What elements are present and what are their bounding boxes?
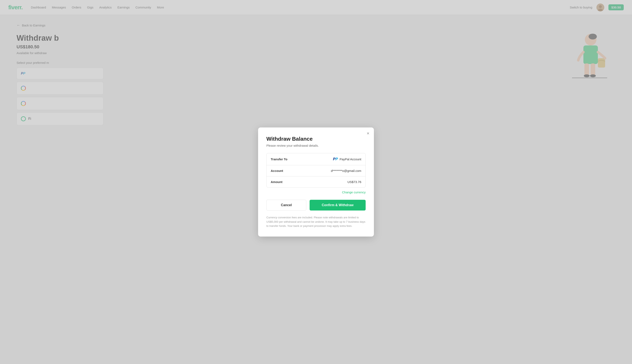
disclaimer-text: Currency conversion fees are included. P… — [266, 216, 366, 228]
modal-dialog: × Withdraw Balance Please review your wi… — [258, 128, 374, 236]
transfer-to-label: Transfer To — [271, 158, 287, 161]
amount-value: US$73.76 — [348, 180, 361, 184]
cancel-button[interactable]: Cancel — [266, 200, 306, 210]
paypal-logo-icon: PP — [333, 157, 338, 161]
page-background: ← Back to Earnings Withdraw b US$180.50 … — [0, 15, 632, 364]
account-value: d********o@gmail.com — [331, 169, 361, 172]
confirm-withdraw-button[interactable]: Confirm & Withdraw — [309, 200, 366, 210]
change-currency-link[interactable]: Change currency — [266, 190, 366, 194]
details-table: Transfer To PP PayPal Account Account d*… — [266, 153, 366, 188]
modal-actions: Cancel Confirm & Withdraw — [266, 200, 366, 210]
account-label: Account — [271, 169, 283, 172]
modal-overlay: × Withdraw Balance Please review your wi… — [0, 15, 632, 364]
transfer-to-row: Transfer To PP PayPal Account — [266, 153, 366, 165]
amount-row: Amount US$73.76 — [266, 176, 366, 187]
amount-label: Amount — [271, 180, 282, 184]
account-row: Account d********o@gmail.com — [266, 165, 366, 176]
transfer-to-text: PayPal Account — [340, 158, 361, 161]
modal-subtitle: Please review your withdrawal details. — [266, 144, 366, 147]
modal-title: Withdraw Balance — [266, 136, 366, 142]
modal-close-button[interactable]: × — [367, 131, 369, 136]
transfer-to-value: PP PayPal Account — [333, 157, 361, 161]
